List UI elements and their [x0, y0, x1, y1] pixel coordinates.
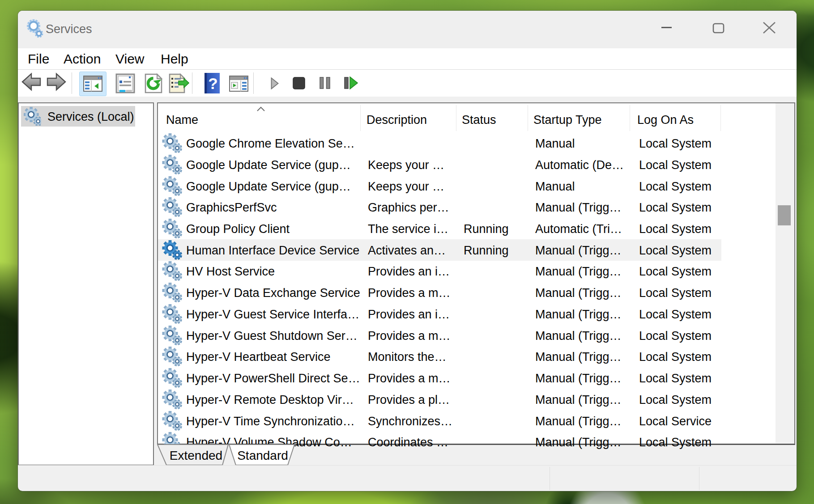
- svg-text:Standard: Standard: [237, 449, 288, 462]
- svg-text:Extended: Extended: [170, 449, 222, 462]
- svg-text:?: ?: [208, 75, 217, 92]
